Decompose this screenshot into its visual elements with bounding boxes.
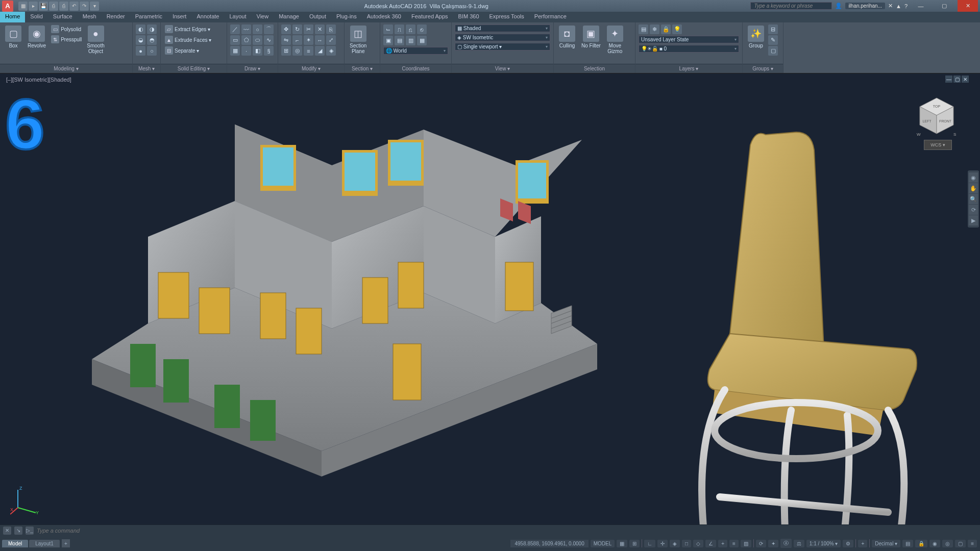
tab-mesh[interactable]: Mesh bbox=[78, 12, 102, 22]
polar-toggle-icon[interactable]: ✢ bbox=[657, 540, 668, 547]
workspace-switch-icon[interactable]: ⚙ bbox=[843, 540, 853, 547]
culling-button[interactable]: ◘Culling bbox=[557, 24, 577, 49]
layout1-tab[interactable]: Layout1 bbox=[29, 540, 60, 547]
ucs-icon3[interactable]: ⎌ bbox=[406, 24, 415, 34]
tab-plugins[interactable]: Plug-ins bbox=[331, 12, 362, 22]
wcs-indicator[interactable]: WCS ▾ bbox=[924, 140, 952, 150]
annotation-scale-dropdown[interactable]: 1:1 / 100% ▾ bbox=[806, 540, 841, 547]
annoscale-icon[interactable]: ⚖ bbox=[794, 540, 804, 547]
customization-icon[interactable]: ≡ bbox=[968, 540, 977, 547]
nav-pan-icon[interactable]: ✋ bbox=[969, 183, 978, 193]
lineweight-toggle-icon[interactable]: ≡ bbox=[729, 540, 739, 547]
annotation-monitor-icon[interactable]: + bbox=[858, 540, 867, 547]
model-space-toggle[interactable]: MODEL bbox=[591, 540, 615, 547]
drawing-viewport[interactable]: [–][SW Isometric][Shaded] — ▢ ✕ 6 bbox=[0, 73, 980, 536]
offset-icon[interactable]: ◎ bbox=[292, 46, 302, 56]
fillet-icon[interactable]: ⌐ bbox=[292, 35, 302, 45]
nav-orbit-icon[interactable]: ⟳ bbox=[969, 205, 978, 215]
3dalign-icon[interactable]: ◈ bbox=[326, 46, 336, 56]
tab-parametric[interactable]: Parametric bbox=[130, 12, 167, 22]
qat-saveas-icon[interactable]: ⎙ bbox=[49, 2, 58, 11]
ucs-icon4[interactable]: ⎋ bbox=[417, 24, 427, 34]
erase-icon[interactable]: ✕ bbox=[315, 24, 325, 34]
mesh-btn2-icon[interactable]: ◑ bbox=[147, 24, 157, 34]
user-name[interactable]: ilhan.perihan... bbox=[845, 3, 885, 9]
maximize-button[interactable]: ▢ bbox=[934, 0, 954, 12]
transparency-toggle-icon[interactable]: ▨ bbox=[741, 540, 751, 547]
draw-region-icon[interactable]: ◧ bbox=[253, 46, 262, 56]
draw-rect-icon[interactable]: ▭ bbox=[230, 35, 240, 45]
rotate-icon[interactable]: ↻ bbox=[292, 24, 302, 34]
a360-icon[interactable]: ▲ bbox=[896, 3, 901, 9]
layer-freeze-icon[interactable]: ❄ bbox=[650, 24, 659, 34]
ucs-icon7[interactable]: ▥ bbox=[406, 36, 415, 45]
group-button[interactable]: ✨Group bbox=[746, 24, 766, 49]
copy-icon[interactable]: ⎘ bbox=[326, 24, 336, 34]
panel-title-modify[interactable]: Modify ▾ bbox=[278, 64, 344, 73]
ucs-icon1[interactable]: ⌙ bbox=[383, 24, 393, 34]
mesh-btn1-icon[interactable]: ◐ bbox=[136, 24, 145, 34]
move-icon[interactable]: ✥ bbox=[281, 24, 291, 34]
ucs-icon6[interactable]: ▤ bbox=[395, 36, 404, 45]
mesh-btn6-icon[interactable]: ○ bbox=[147, 46, 157, 56]
panel-title-modeling[interactable]: Modeling ▾ bbox=[0, 64, 132, 73]
qat-save-icon[interactable]: 💾 bbox=[39, 2, 48, 11]
chamfer-icon[interactable]: ◢ bbox=[315, 46, 325, 56]
panel-title-draw[interactable]: Draw ▾ bbox=[227, 64, 278, 73]
tab-autodesk360[interactable]: Autodesk 360 bbox=[362, 12, 406, 22]
viewport-minimize-icon[interactable]: — bbox=[945, 76, 952, 83]
mesh-btn4-icon[interactable]: ◓ bbox=[147, 35, 157, 45]
exchange-icon[interactable]: ✕ bbox=[888, 3, 893, 9]
mesh-btn5-icon[interactable]: ● bbox=[136, 46, 145, 56]
gizmo-toggle-icon[interactable]: ✦ bbox=[768, 540, 778, 547]
group-edit-icon[interactable]: ✎ bbox=[768, 35, 778, 45]
clean-screen-icon[interactable]: ▢ bbox=[955, 540, 966, 547]
explode-icon[interactable]: ✶ bbox=[304, 35, 313, 45]
qat-undo-icon[interactable]: ↶ bbox=[69, 2, 79, 11]
isolate-objects-icon[interactable]: ◎ bbox=[942, 540, 953, 547]
close-button[interactable]: ✕ bbox=[958, 0, 978, 12]
align-icon[interactable]: ≡ bbox=[304, 46, 313, 56]
hardware-accel-icon[interactable]: ◉ bbox=[929, 540, 940, 547]
tab-home[interactable]: Home bbox=[0, 12, 25, 22]
tab-manage[interactable]: Manage bbox=[274, 12, 304, 22]
polysolid-button[interactable]: ▭Polysolid bbox=[50, 24, 83, 34]
separate-button[interactable]: ⊟Separate ▾ bbox=[164, 46, 212, 55]
tab-solid[interactable]: Solid bbox=[25, 12, 47, 22]
nofilter-button[interactable]: ▣No Filter bbox=[579, 24, 603, 49]
otrack-toggle-icon[interactable]: ∠ bbox=[705, 540, 716, 547]
tab-view[interactable]: View bbox=[252, 12, 274, 22]
grid-toggle-icon[interactable]: ▦ bbox=[617, 540, 627, 547]
ortho-toggle-icon[interactable]: ∟ bbox=[644, 540, 655, 547]
qat-print-icon[interactable]: ⎙ bbox=[59, 2, 68, 11]
tab-featured-apps[interactable]: Featured Apps bbox=[406, 12, 453, 22]
annotation-visibility-icon[interactable]: Ⓐ bbox=[780, 539, 792, 548]
app-logo-icon[interactable]: A bbox=[2, 1, 13, 12]
panel-title-layers[interactable]: Layers ▾ bbox=[635, 64, 742, 73]
move-gizmo-button[interactable]: ✦Move Gizmo bbox=[605, 24, 625, 55]
section-plane-button[interactable]: ◫Section Plane bbox=[348, 24, 369, 55]
panel-title-groups[interactable]: Groups ▾ bbox=[743, 64, 783, 73]
layer-dropdown[interactable]: 💡☀🔓 ■ 0▾ bbox=[639, 45, 739, 53]
add-layout-button[interactable]: + bbox=[62, 539, 70, 547]
signin-icon[interactable]: 👤 bbox=[835, 3, 842, 9]
nav-fullnav-icon[interactable]: ◉ bbox=[969, 172, 978, 183]
ungroup-icon[interactable]: ⊟ bbox=[768, 24, 778, 34]
visual-style-dropdown[interactable]: ▦ Shaded▾ bbox=[455, 24, 550, 32]
units-dropdown[interactable]: Decimal ▾ bbox=[872, 540, 900, 547]
revolve-button[interactable]: ◉Revolve bbox=[26, 24, 48, 49]
layer-lock-icon[interactable]: 🔒 bbox=[661, 24, 671, 34]
qat-new-icon[interactable]: ▦ bbox=[18, 2, 28, 11]
scale-icon[interactable]: ⤢ bbox=[326, 35, 336, 45]
3dosnap-toggle-icon[interactable]: ◇ bbox=[693, 540, 703, 547]
qat-dropdown-icon[interactable]: ▾ bbox=[90, 2, 99, 11]
trim-icon[interactable]: ✂ bbox=[304, 24, 313, 34]
ucs-icon2[interactable]: ⎍ bbox=[395, 24, 404, 34]
tab-performance[interactable]: Performance bbox=[529, 12, 572, 22]
array-icon[interactable]: ⊞ bbox=[281, 46, 291, 56]
panel-title-mesh[interactable]: Mesh ▾ bbox=[133, 64, 160, 73]
help-search-input[interactable]: Type a keyword or phrase bbox=[750, 2, 832, 10]
tab-output[interactable]: Output bbox=[304, 12, 331, 22]
stretch-icon[interactable]: ↔ bbox=[315, 35, 325, 45]
quick-properties-icon[interactable]: ▤ bbox=[902, 540, 913, 547]
